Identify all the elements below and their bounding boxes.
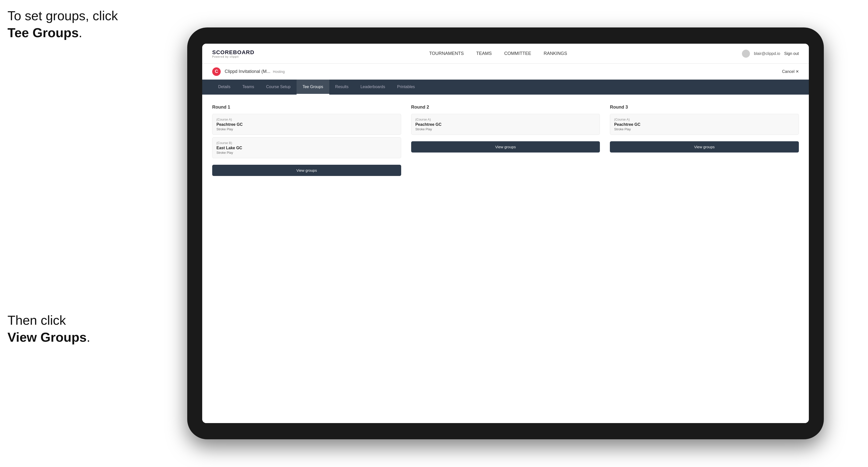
round-1-course-a-format: Stroke Play <box>216 127 397 131</box>
tab-results[interactable]: Results <box>329 80 354 95</box>
tournament-name: Clippd Invitational (M... <box>225 69 270 74</box>
round-3-course-a-label: (Course A) <box>614 118 795 121</box>
avatar <box>742 50 750 58</box>
round-2-course-a-format: Stroke Play <box>415 127 596 131</box>
instruction-top: To set groups, click Tee Groups. <box>7 7 118 41</box>
tab-leaderboards[interactable]: Leaderboards <box>354 80 391 95</box>
instruction-bottom: Then click View Groups. <box>7 312 90 346</box>
tab-course-setup[interactable]: Course Setup <box>260 80 297 95</box>
rounds-container: Round 1 (Course A) Peachtree GC Stroke P… <box>212 104 799 176</box>
tab-teams[interactable]: Teams <box>237 80 260 95</box>
round-3-column: Round 3 (Course A) Peachtree GC Stroke P… <box>610 104 799 176</box>
nav-tournaments[interactable]: TOURNAMENTS <box>429 51 464 56</box>
round-2-view-groups-button[interactable]: View groups <box>411 141 600 153</box>
user-area: blair@clippd.io Sign out <box>742 50 799 58</box>
nav-rankings[interactable]: RANKINGS <box>544 51 567 56</box>
tournament-info: C Clippd Invitational (M... Hosting <box>212 67 285 76</box>
tablet-screen: SCOREBOARD Powered by clippit TOURNAMENT… <box>202 44 809 423</box>
nav-committee[interactable]: COMMITTEE <box>504 51 531 56</box>
tab-bar: Details Teams Course Setup Tee Groups Re… <box>202 80 809 95</box>
logo-text: SCOREBOARD Powered by clippit <box>212 49 254 58</box>
top-navigation: SCOREBOARD Powered by clippit TOURNAMENT… <box>202 44 809 64</box>
round-2-course-a-name: Peachtree GC <box>415 122 596 127</box>
round-1-course-b-card: (Course B) East Lake GC Stroke Play <box>212 137 401 158</box>
sub-navigation: C Clippd Invitational (M... Hosting Canc… <box>202 64 809 80</box>
tablet-device: SCOREBOARD Powered by clippit TOURNAMENT… <box>187 27 824 439</box>
round-2-course-a-card: (Course A) Peachtree GC Stroke Play <box>411 114 600 135</box>
round-1-view-groups-button[interactable]: View groups <box>212 165 401 176</box>
user-email: blair@clippd.io <box>754 52 780 56</box>
round-3-title: Round 3 <box>610 104 799 110</box>
round-1-course-b-name: East Lake GC <box>216 146 397 150</box>
nav-teams[interactable]: TEAMS <box>476 51 492 56</box>
round-3-course-a-card: (Course A) Peachtree GC Stroke Play <box>610 114 799 135</box>
round-2-course-a-label: (Course A) <box>415 118 596 121</box>
nav-links: TOURNAMENTS TEAMS COMMITTEE RANKINGS <box>429 51 567 56</box>
main-content: Round 1 (Course A) Peachtree GC Stroke P… <box>202 95 809 423</box>
round-1-title: Round 1 <box>212 104 401 110</box>
cancel-button[interactable]: Cancel ✕ <box>782 69 799 74</box>
round-1-course-b-label: (Course B) <box>216 141 397 145</box>
round-1-course-b-format: Stroke Play <box>216 151 397 155</box>
tab-tee-groups[interactable]: Tee Groups <box>297 80 329 95</box>
round-3-view-groups-button[interactable]: View groups <box>610 141 799 153</box>
round-1-column: Round 1 (Course A) Peachtree GC Stroke P… <box>212 104 401 176</box>
round-3-course-a-name: Peachtree GC <box>614 122 795 127</box>
round-3-course-a-format: Stroke Play <box>614 127 795 131</box>
round-1-course-a-label: (Course A) <box>216 118 397 121</box>
tab-details[interactable]: Details <box>212 80 237 95</box>
tab-printables[interactable]: Printables <box>391 80 421 95</box>
round-2-title: Round 2 <box>411 104 600 110</box>
sign-out-link[interactable]: Sign out <box>784 52 799 56</box>
round-1-course-a-card: (Course A) Peachtree GC Stroke Play <box>212 114 401 135</box>
round-2-column: Round 2 (Course A) Peachtree GC Stroke P… <box>411 104 600 176</box>
tournament-logo: C <box>212 67 221 76</box>
logo-area: SCOREBOARD Powered by clippit <box>212 49 254 58</box>
round-1-course-a-name: Peachtree GC <box>216 122 397 127</box>
hosting-badge: Hosting <box>273 70 285 74</box>
